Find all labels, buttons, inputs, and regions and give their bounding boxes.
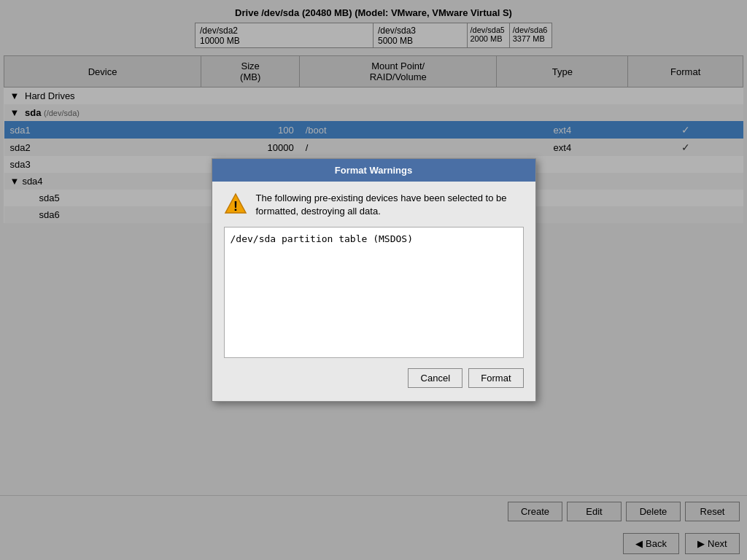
- modal-buttons: Cancel Format: [224, 368, 524, 391]
- format-warnings-modal: Format Warnings ! The following pre-exis…: [212, 158, 536, 402]
- modal-list-entry: /dev/sda partition table (MSDOS): [231, 233, 413, 244]
- modal-titlebar: Format Warnings: [212, 159, 535, 182]
- modal-title: Format Warnings: [335, 165, 412, 176]
- warning-icon: !: [224, 192, 247, 215]
- modal-warning-text: The following pre-existing devices have …: [256, 192, 524, 218]
- modal-cancel-button[interactable]: Cancel: [408, 368, 462, 388]
- main-container: Drive /dev/sda (20480 MB) (Model: VMware…: [0, 0, 747, 560]
- modal-warning-row: ! The following pre-existing devices hav…: [224, 192, 524, 218]
- modal-format-button[interactable]: Format: [468, 368, 523, 388]
- modal-list-box: /dev/sda partition table (MSDOS): [224, 227, 524, 358]
- modal-overlay: Format Warnings ! The following pre-exis…: [0, 0, 747, 560]
- svg-text:!: !: [233, 199, 238, 214]
- modal-body: ! The following pre-existing devices hav…: [212, 182, 535, 401]
